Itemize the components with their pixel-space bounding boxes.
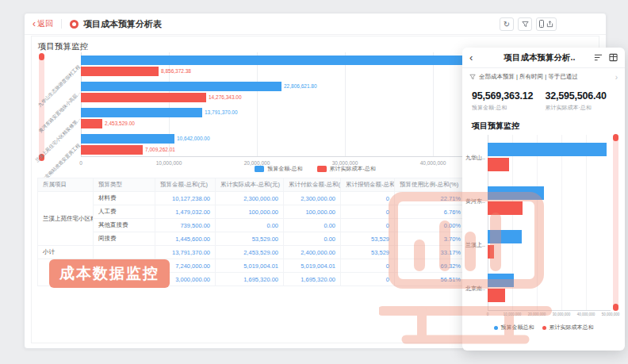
cell-value: 1,695,320.00 [216, 273, 284, 286]
cell-budget-type: 间接费 [94, 232, 155, 246]
cell-value: 0 [341, 273, 395, 286]
category-label: 黄河东.. [465, 197, 487, 205]
x-tick-label: 50,000,000 [593, 312, 628, 316]
cell-value: 1,445,600.00 [155, 232, 216, 246]
panel-section-title: 项目预算监控 [472, 121, 519, 132]
cell-budget-type: 材料费 [94, 192, 155, 205]
category-label: 九华山.. [465, 154, 487, 162]
cell-value: 0 [341, 259, 395, 273]
cell-value: 10,127,238.00 [155, 192, 216, 205]
gridline [433, 52, 434, 156]
cell-value: 100,000.00 [216, 205, 284, 219]
cell-value: 1,695,320.00 [284, 273, 341, 286]
bar-budget [81, 82, 281, 91]
legend-label: 累计实际成本总和 [550, 324, 594, 331]
bar-actual [81, 119, 102, 128]
cell-value: 33.17% [395, 246, 466, 259]
bar-budget [81, 134, 174, 144]
category-label: 北京南.. [465, 285, 487, 293]
panel-stats: 95,569,363.12 预算金额·总和 32,595,506.40 累计实际… [472, 90, 618, 112]
column-header: 累计实际成本-总和(元) [216, 178, 284, 192]
legend-dot-blue [494, 326, 498, 330]
stat-label: 累计实际成本·总和 [546, 104, 619, 112]
cell-value: 0 [341, 192, 395, 205]
legend-label: 预算金额-总和 [267, 165, 302, 173]
legend-dot-red [542, 326, 546, 330]
cell-value: 6.76% [395, 205, 466, 219]
sort-list-icon[interactable] [594, 53, 603, 62]
bar-actual [81, 93, 206, 102]
bar-budget [81, 108, 202, 117]
legend-item-budget: 预算金额总和 [494, 324, 534, 331]
panel-back-chevron-icon[interactable]: ‹ [469, 53, 473, 63]
panel-chart-scrollbar[interactable] [613, 135, 618, 310]
stat-value: 32,595,506.40 [546, 90, 619, 102]
cell-value: 2,300,000.00 [284, 192, 341, 205]
panel-chart-category-axis: 九华山..黄河东..兰溪上..北京南.. [465, 135, 487, 311]
app-logo-icon [70, 20, 78, 29]
funnel-icon [469, 74, 476, 80]
legend-label: 累计实际成本-总和 [330, 165, 376, 173]
cell-project: 兰溪上苑住宅小区精装修第... [38, 192, 94, 246]
cell-value: 69.32% [395, 259, 466, 273]
bar-actual [81, 145, 143, 155]
column-header: 累计付款金额-总和(元) [284, 178, 341, 192]
cell-value: 1,479,032.00 [155, 205, 216, 219]
cell-value: 100,000.00 [284, 205, 341, 219]
bar-value-label: 8,856,372.38 [161, 67, 191, 76]
chart-category-axis: 九华山生态旅游度假村工程黄河东路安置地块小高层...兰溪上苑住宅小区精装修第..… [33, 52, 81, 157]
panel-chart-x-axis: 010,000,00020,000,00030,000,00040,000,00… [488, 312, 611, 319]
legend-swatch-red [317, 166, 327, 172]
section-title: 项目预算监控 [38, 41, 88, 52]
cell-value: 53,529.00 [216, 232, 284, 246]
filter-button[interactable] [518, 17, 532, 31]
cell-value: 53,529 [341, 232, 395, 246]
toolbar: ‹ 返回 项目成本预算分析表 ↻ [25, 13, 606, 35]
gridline [257, 52, 258, 156]
annotation-label: 成本数据监控 [49, 259, 170, 288]
cell-value: 0.00% [395, 219, 466, 232]
gridline [345, 52, 346, 156]
preview-export-button[interactable] [536, 17, 557, 31]
filter-icon [522, 21, 529, 28]
cell-budget-type: 其他直接费 [94, 219, 155, 232]
bar-value-label: 7,009,262.01 [145, 145, 175, 155]
cell-value: 3.70% [395, 232, 466, 246]
toolbar-actions: ↻ [500, 17, 557, 31]
cell-project: 小计 [38, 246, 94, 259]
bar-actual [488, 158, 509, 171]
cell-value: 2,400,000.00 [284, 246, 341, 259]
legend-item-budget: 预算金额-总和 [255, 165, 302, 173]
cell-value: 0.00 [216, 219, 284, 232]
refresh-button[interactable]: ↻ [500, 17, 514, 31]
cell-value: 53,529 [341, 246, 395, 259]
gridline [586, 135, 587, 310]
toolbar-divider [61, 19, 62, 29]
cell-budget-type [94, 246, 155, 259]
panel-header: ‹ 项目成本预算分析.. [462, 48, 625, 68]
cell-budget-type: 人工费 [94, 205, 155, 219]
bar-value-label: 14,276,343.00 [209, 93, 242, 102]
refresh-icon: ↻ [504, 20, 510, 29]
cell-value: 56.51% [395, 273, 466, 286]
back-button[interactable]: ‹ 返回 [33, 18, 53, 29]
table-view-icon[interactable] [609, 53, 618, 62]
cell-value: 2,453,529.00 [216, 246, 284, 259]
panel-filter-bar[interactable]: 全部成本预算 | 所有时间 | 等于已通过 › [462, 68, 625, 86]
bar-budget [81, 56, 506, 65]
stat-value: 95,569,363.12 [472, 90, 546, 102]
bar-budget [488, 274, 514, 287]
stat-label: 预算金额·总和 [472, 104, 546, 112]
cell-value: 2,300,000.00 [216, 192, 284, 205]
bar-value-label: 13,791,370.00 [205, 108, 238, 117]
cell-value: 0.00 [284, 232, 341, 246]
cell-value: 5,019,004.01 [284, 259, 341, 273]
panel-title: 项目成本预算分析.. [494, 52, 585, 63]
column-header: 预算使用比例-总和(%) [395, 178, 466, 192]
bar-value-label: 10,642,000.00 [177, 134, 210, 144]
category-label: 兰溪上.. [465, 241, 487, 249]
cell-value: 0 [341, 219, 395, 232]
column-header: 预算类型 [94, 178, 155, 192]
bar-actual [81, 67, 159, 76]
phone-icon [539, 20, 544, 28]
